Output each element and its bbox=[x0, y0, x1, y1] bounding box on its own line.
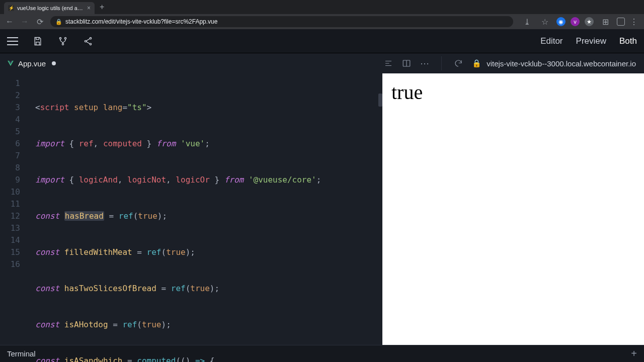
url-text: stackblitz.com/edit/vitejs-vite-vcklub?f… bbox=[65, 18, 217, 25]
close-tab-icon[interactable]: × bbox=[87, 5, 91, 12]
lock-icon: 🔒 bbox=[472, 59, 481, 68]
browser-right-icons: ⤓ ☆ ◉ v ★ ⊞ ⋮ bbox=[517, 16, 641, 28]
preview-url-text: vitejs-vite-vcklub--3000.local.webcontai… bbox=[487, 59, 636, 68]
svg-point-4 bbox=[85, 40, 86, 42]
minimap-thumb[interactable] bbox=[378, 94, 382, 107]
star-icon[interactable]: ☆ bbox=[538, 16, 551, 28]
more-icon[interactable]: ⋯ bbox=[420, 58, 429, 69]
forward-button[interactable]: → bbox=[18, 16, 31, 28]
share-button[interactable] bbox=[83, 36, 94, 47]
menu-button[interactable] bbox=[7, 37, 18, 45]
format-icon[interactable] bbox=[384, 59, 393, 68]
code-content[interactable]: <script setup lang="ts"> import { ref, c… bbox=[35, 77, 377, 362]
extension-icon[interactable]: v bbox=[571, 17, 580, 26]
svg-point-2 bbox=[62, 43, 63, 45]
view-mode-tabs: Editor Preview Both bbox=[540, 36, 637, 46]
back-button[interactable]: ← bbox=[3, 16, 16, 28]
reload-preview-icon[interactable] bbox=[454, 59, 463, 68]
preview-address[interactable]: 🔒 vitejs-vite-vcklub--3000.local.webcont… bbox=[472, 59, 644, 68]
new-tab-button[interactable]: + bbox=[95, 3, 109, 12]
new-terminal-button[interactable]: + bbox=[631, 348, 637, 359]
browser-tab[interactable]: ⚡ vueUse logic utils (end actual) × bbox=[4, 2, 95, 14]
divider bbox=[441, 56, 442, 70]
extensions-menu-icon[interactable]: ⊞ bbox=[599, 16, 612, 28]
preview-output: true bbox=[391, 80, 635, 104]
lock-icon: 🔒 bbox=[55, 19, 62, 25]
terminal-label: Terminal bbox=[7, 349, 36, 358]
secondary-bar: App.vue ⋯ 🔒 vitejs-vite-vcklub--3000.loc… bbox=[0, 53, 644, 73]
split-editor-icon[interactable] bbox=[402, 59, 411, 68]
vue-file-icon bbox=[7, 60, 14, 67]
save-button[interactable] bbox=[32, 36, 43, 47]
stackblitz-favicon: ⚡ bbox=[8, 5, 14, 11]
file-name: App.vue bbox=[18, 59, 46, 68]
fork-button[interactable] bbox=[57, 36, 68, 47]
extension-icon[interactable]: ◉ bbox=[556, 17, 566, 26]
line-gutter: 1234 5678 9101112 13141516 bbox=[0, 77, 27, 270]
tab-both[interactable]: Both bbox=[619, 36, 637, 46]
address-bar[interactable]: 🔒 stackblitz.com/edit/vitejs-vite-vcklub… bbox=[50, 16, 513, 27]
minimap[interactable] bbox=[376, 73, 382, 345]
tab-preview[interactable]: Preview bbox=[576, 36, 606, 46]
sidepanel-icon[interactable] bbox=[617, 18, 625, 26]
preview-pane: true bbox=[382, 73, 644, 345]
file-tab[interactable]: App.vue bbox=[0, 53, 63, 73]
browser-tab-strip: ⚡ vueUse logic utils (end actual) × + bbox=[0, 0, 644, 14]
unsaved-indicator-icon bbox=[52, 61, 56, 65]
browser-toolbar: ← → ⟳ 🔒 stackblitz.com/edit/vitejs-vite-… bbox=[0, 14, 644, 29]
svg-point-5 bbox=[90, 43, 91, 45]
main-area: 1234 5678 9101112 13141516 <script setup… bbox=[0, 73, 644, 345]
tab-title: vueUse logic utils (end actual) bbox=[17, 5, 84, 11]
install-icon[interactable]: ⤓ bbox=[520, 16, 533, 28]
reload-button[interactable]: ⟳ bbox=[33, 16, 46, 28]
svg-point-3 bbox=[90, 37, 91, 39]
svg-point-0 bbox=[59, 37, 61, 39]
code-editor[interactable]: 1234 5678 9101112 13141516 <script setup… bbox=[0, 73, 382, 345]
extension-icon[interactable]: ★ bbox=[585, 17, 594, 26]
svg-point-1 bbox=[64, 37, 66, 39]
tab-editor[interactable]: Editor bbox=[540, 36, 562, 46]
app-toolbar: Editor Preview Both bbox=[0, 29, 644, 53]
chrome-menu-icon[interactable]: ⋮ bbox=[630, 17, 638, 27]
